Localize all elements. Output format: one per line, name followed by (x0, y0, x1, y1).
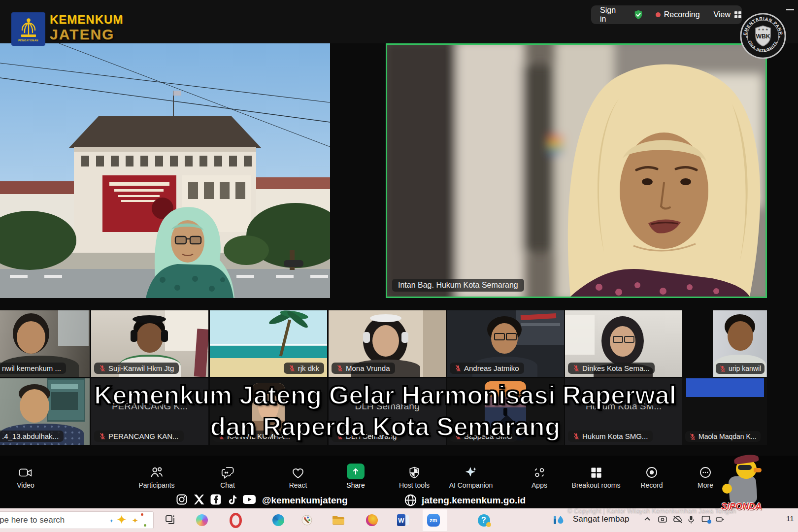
facebook-icon (210, 494, 222, 507)
participant-tile[interactable]: Mona Vrunda (329, 310, 446, 377)
taskbar-clock[interactable]: 11 (786, 514, 794, 523)
glasses (613, 336, 623, 343)
meeting-controls-pill: Sign in Recording View (591, 5, 742, 24)
participant-tile[interactable]: Andreas Jatmiko (447, 310, 564, 377)
participant-name-label: rjk dkk (284, 363, 324, 374)
copyright-watermark: © Copyright | Kantor Wilayah Kemenkumham… (567, 507, 736, 515)
participant-name-label: nwil kemenkum ... (0, 363, 66, 374)
participant-tile[interactable]: nwil kemenkum ... (0, 310, 90, 377)
surf-line (210, 344, 327, 346)
weather-status-text[interactable]: Sangat lembap (573, 514, 629, 524)
mascot-thumb (722, 484, 732, 494)
video-camera-icon (1, 460, 50, 479)
word-icon[interactable]: W (395, 512, 411, 528)
share-screen-icon (347, 464, 365, 479)
participant-face (136, 323, 163, 353)
siponda-mascot: SiPONDA (715, 456, 767, 514)
participants-icon (127, 460, 186, 479)
globe-icon (404, 494, 417, 509)
search-highlights-sparkle-icon[interactable]: ✦ (116, 512, 127, 528)
task-view-button[interactable] (163, 512, 178, 528)
tray-screen-share-icon[interactable] (701, 515, 711, 526)
active-speaker-scene (387, 45, 765, 297)
file-explorer-icon[interactable] (331, 512, 346, 528)
participant-face (372, 325, 399, 357)
participant-tile[interactable]: Suji-Kanwil Hkm Jtg (91, 310, 208, 377)
headphones (133, 315, 166, 323)
headphones (370, 314, 401, 322)
participant-tile[interactable]: rjk dkk (210, 310, 327, 377)
tray-expand-chevron-icon[interactable] (643, 515, 651, 525)
chat-bubble-icon (203, 460, 252, 479)
tray-camera-icon[interactable] (658, 515, 667, 525)
video-stage: Intan Bag. Hukum Kota Semarang (0, 43, 798, 298)
recording-indicator[interactable]: Recording (656, 10, 700, 19)
headphone-cup (401, 332, 408, 343)
help-icon[interactable]: ? (476, 512, 492, 528)
sign-in-button[interactable]: Sign in (600, 6, 620, 24)
title-line-2: dan Raperda Kota Semarang (0, 411, 770, 442)
mascot-wordmark: SiPONDA (715, 501, 767, 512)
zoom-app-icon[interactable]: zm (426, 512, 441, 528)
muted-mic-icon (289, 365, 296, 372)
view-button[interactable]: View (714, 10, 742, 19)
search-text: pe here to search (0, 515, 65, 525)
muted-mic-icon (573, 365, 580, 372)
logo-text-jateng: JATENG (50, 26, 114, 43)
video-feed-active-speaker[interactable]: Intan Bag. Hukum Kota Semarang (386, 43, 767, 298)
participant-tile[interactable]: Dinkes Kota Sema... (565, 310, 682, 377)
palm-trunk (279, 319, 291, 356)
participant-tile[interactable]: urip kanwil (713, 310, 767, 377)
mascot-body (728, 475, 758, 505)
participant-face (17, 321, 45, 354)
participant-name-label: Dinkes Kota Sema... (568, 363, 655, 374)
youtube-icon (242, 494, 256, 507)
muted-mic-icon (99, 365, 106, 372)
participant-name-label: Suji-Kanwil Hkm Jtg (94, 363, 179, 374)
mascot-goggles (738, 465, 752, 470)
badge-center-text: WBK (756, 33, 770, 40)
window-backdrop (58, 310, 89, 346)
wbk-zona-integritas-badge: KEMENTERIAN PANRB ZONA INTEGRITAS WBK ★ … (740, 13, 786, 59)
ai-sparkle-icon (439, 460, 503, 479)
kemenkum-emblem-logo: PENGAYOMAN (11, 12, 45, 46)
weather-icon[interactable] (551, 512, 566, 528)
muted-mic-icon (719, 365, 726, 372)
glasses (506, 333, 517, 340)
glasses (624, 336, 634, 343)
firefox-icon[interactable] (364, 512, 380, 528)
active-speaker-name-label: Intan Bag. Hukum Kota Semarang (392, 279, 524, 292)
headphone-cup (131, 330, 137, 342)
participant-face (728, 321, 753, 351)
taskbar-search-input[interactable]: pe here to search (0, 511, 154, 529)
encryption-shield-icon[interactable] (633, 9, 644, 20)
sparkle-blue-icon: ✦ (109, 518, 113, 524)
broadcast-title-overlay: Kemenkum Jateng Gelar Harmonisasi Raperw… (0, 379, 770, 442)
headphone-cup (363, 332, 370, 343)
instagram-icon (176, 494, 188, 507)
sparkle-dot (144, 524, 146, 527)
paint-icon[interactable] (299, 512, 315, 528)
logo-text-kemenkum: KEMENKUM (50, 13, 123, 27)
minimize-button[interactable] (786, 9, 794, 10)
apps-icon (515, 460, 564, 479)
door-backdrop (423, 310, 446, 377)
svg-text:★: ★ (778, 35, 781, 38)
host-scene (0, 43, 330, 298)
x-twitter-icon (193, 494, 205, 507)
opera-icon[interactable] (228, 512, 243, 528)
tray-onedrive-offline-icon[interactable] (673, 515, 683, 525)
copilot-button[interactable] (194, 512, 210, 528)
record-icon (625, 460, 679, 479)
tray-power-icon[interactable] (715, 515, 724, 525)
svg-text:★: ★ (745, 35, 748, 38)
website-url: jateng.kemenkum.go.id (422, 495, 526, 506)
shelf-line (521, 323, 560, 326)
muted-mic-icon (455, 365, 462, 372)
tray-microphone-icon[interactable] (688, 515, 695, 526)
video-feed-host[interactable] (0, 43, 330, 298)
shield-icon (387, 460, 441, 479)
breakout-rooms-icon (562, 460, 631, 479)
edge-icon[interactable] (270, 512, 286, 528)
svg-text:★ ★ ★: ★ ★ ★ (758, 28, 768, 31)
